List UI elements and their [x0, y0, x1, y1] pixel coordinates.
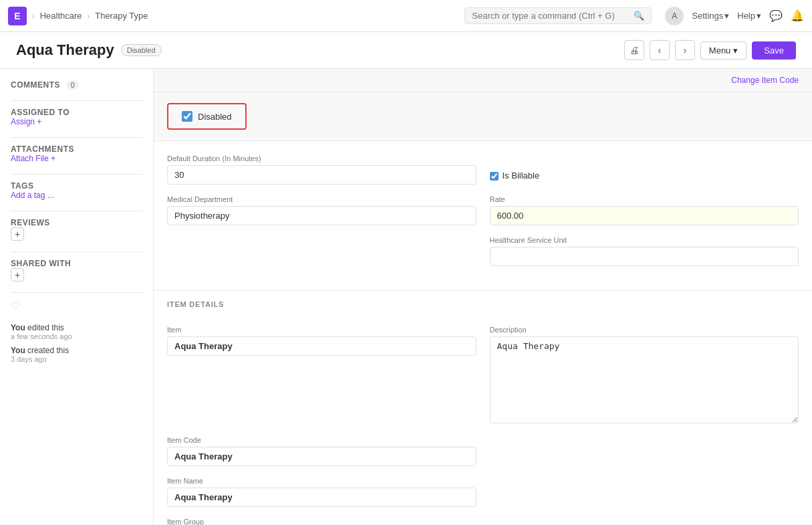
menu-button[interactable]: Menu ▾ — [700, 41, 747, 60]
settings-label: Settings — [692, 11, 723, 21]
favorite-icon[interactable]: ♡ — [11, 300, 142, 312]
spacer-group — [167, 236, 477, 266]
reviews-label: Reviews — [11, 218, 142, 227]
item-details-row-3: Item Name — [167, 477, 799, 507]
status-badge: Disabled — [121, 44, 162, 56]
healthcare-service-unit-label: Healthcare Service Unit — [490, 236, 799, 244]
healthcare-service-unit-group: Healthcare Service Unit — [490, 236, 799, 266]
item-name-label: Item Name — [167, 477, 477, 485]
sidebar-attachments: Attachments Attach File + — [11, 144, 142, 163]
spacer-group-3 — [490, 518, 799, 524]
shared-add-row: + — [11, 268, 142, 282]
form-row-2: Medical Department Rate — [167, 195, 799, 225]
rate-group: Rate — [490, 195, 799, 225]
notification-icon[interactable]: 🔔 — [791, 9, 804, 22]
description-placeholder-group — [490, 436, 799, 466]
topnav-right: A Settings ▾ Help ▾ 💬 🔔 — [665, 7, 804, 25]
page-actions: 🖨 ‹ › Menu ▾ Save — [624, 40, 796, 60]
medical-department-group: Medical Department — [167, 195, 477, 225]
default-duration-label: Default Duration (In Minutes) — [167, 154, 477, 163]
tags-label: Tags — [11, 181, 142, 191]
shared-with-label: Shared With — [11, 259, 142, 268]
is-billable-label: Is Billable — [503, 171, 540, 181]
medical-department-label: Medical Department — [167, 195, 477, 203]
page-title: Aqua Therapy — [16, 41, 114, 59]
topnav: E › Healthcare › Therapy Type 🔍 A Settin… — [0, 0, 812, 32]
assign-link[interactable]: Assign + — [11, 117, 142, 126]
description-textarea[interactable]: Aqua Therapy — [490, 336, 799, 423]
item-details-row-2: Item Code — [167, 436, 799, 466]
item-details-row-1: Item Description Aqua Therapy — [167, 326, 799, 425]
menu-label: Menu — [709, 45, 731, 56]
reviews-add-row: + — [11, 227, 142, 241]
chat-icon[interactable]: 💬 — [769, 9, 783, 22]
sidebar-activity: You edited this a few seconds ago You cr… — [11, 323, 142, 363]
form-row-3: Healthcare Service Unit — [167, 236, 799, 266]
change-item-code-row: Change Item Code — [154, 69, 812, 92]
item-code-group: Item Code — [167, 436, 477, 466]
menu-chevron-icon: ▾ — [733, 45, 738, 56]
main-layout: Comments 0 Assigned To Assign + Attachme… — [0, 69, 812, 524]
breadcrumb-chevron-1: › — [32, 12, 35, 20]
healthcare-service-unit-input[interactable] — [490, 247, 799, 266]
sidebar-tags: Tags Add a tag ... — [11, 181, 142, 200]
breadcrumb-therapy-type[interactable]: Therapy Type — [95, 11, 148, 21]
activity-item-1: You edited this — [11, 323, 142, 332]
item-label: Item — [167, 326, 477, 334]
item-details-section: Item Description Aqua Therapy Item Code — [154, 312, 812, 524]
sidebar-comments: Comments 0 — [11, 80, 142, 90]
search-bar[interactable]: 🔍 — [464, 7, 652, 24]
disabled-checkbox-box[interactable]: Disabled — [167, 103, 247, 130]
rate-label: Rate — [490, 195, 799, 203]
comments-label: Comments — [11, 80, 60, 90]
is-billable-group: Is Billable — [490, 154, 799, 185]
item-name-input[interactable] — [167, 488, 477, 507]
help-button[interactable]: Help ▾ — [737, 11, 761, 21]
shared-add-button[interactable]: + — [11, 268, 24, 282]
item-input[interactable] — [167, 336, 477, 356]
comments-count: 0 — [67, 80, 79, 90]
next-button[interactable]: › — [675, 40, 695, 60]
prev-button[interactable]: ‹ — [650, 40, 670, 60]
main-content: Change Item Code Disabled Default Durati… — [154, 69, 812, 524]
help-label: Help — [737, 11, 755, 21]
item-group: Item — [167, 326, 477, 425]
activity-item-2: You created this — [11, 346, 142, 355]
breadcrumb-healthcare[interactable]: Healthcare — [40, 11, 82, 21]
disabled-checkbox-label: Disabled — [198, 112, 232, 122]
avatar[interactable]: A — [665, 7, 684, 25]
default-duration-group: Default Duration (In Minutes) — [167, 154, 477, 185]
sidebar-shared-with: Shared With + — [11, 259, 142, 282]
activity-time-2: 3 days ago — [11, 355, 142, 363]
item-code-input[interactable] — [167, 447, 477, 466]
description-label: Description — [490, 326, 799, 334]
change-item-code-link[interactable]: Change Item Code — [731, 76, 799, 85]
rate-input[interactable] — [490, 206, 799, 225]
search-input[interactable] — [472, 11, 630, 21]
medical-department-input[interactable] — [167, 206, 477, 225]
default-duration-input[interactable] — [167, 165, 477, 185]
settings-button[interactable]: Settings ▾ — [692, 11, 729, 21]
sidebar-reviews: Reviews + — [11, 218, 142, 241]
reviews-add-button[interactable]: + — [11, 227, 24, 241]
sidebar: Comments 0 Assigned To Assign + Attachme… — [0, 69, 154, 524]
save-button[interactable]: Save — [752, 41, 796, 60]
item-group-group: Item Group — [167, 518, 477, 524]
attach-file-link[interactable]: Attach File + — [11, 154, 142, 163]
disabled-section: Disabled — [154, 92, 812, 141]
item-details-header: ITEM DETAILS — [154, 291, 812, 312]
item-name-group: Item Name — [167, 477, 477, 507]
sidebar-assigned-to: Assigned To Assign + — [11, 108, 142, 126]
disabled-checkbox[interactable] — [182, 111, 192, 122]
form-row-1: Default Duration (In Minutes) Is Billabl… — [167, 154, 799, 185]
settings-chevron-icon: ▾ — [724, 11, 729, 21]
print-button[interactable]: 🖨 — [624, 40, 644, 60]
item-details-row-4: Item Group — [167, 518, 799, 524]
item-group-label: Item Group — [167, 518, 477, 524]
add-tag-link[interactable]: Add a tag ... — [11, 191, 142, 200]
attachments-label: Attachments — [11, 144, 142, 154]
page-title-row: Aqua Therapy Disabled — [16, 41, 162, 59]
is-billable-checkbox[interactable] — [490, 172, 499, 181]
app-logo[interactable]: E — [8, 7, 27, 25]
help-chevron-icon: ▾ — [757, 11, 761, 21]
